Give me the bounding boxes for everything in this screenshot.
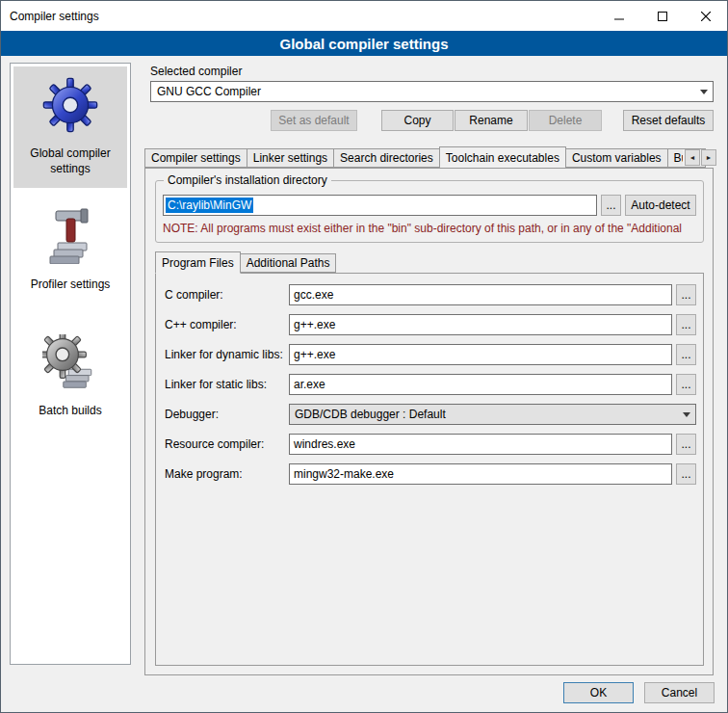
- sidebar-item-batch-builds[interactable]: Batch builds: [13, 324, 127, 431]
- tab-custom-variables[interactable]: Custom variables: [565, 148, 668, 168]
- make-program-label: Make program:: [165, 467, 289, 481]
- reset-defaults-button[interactable]: Reset defaults: [623, 110, 714, 131]
- window-controls: [597, 1, 727, 31]
- form-row: C++ compiler: g++.exe ...: [165, 314, 696, 335]
- auto-detect-button[interactable]: Auto-detect: [625, 195, 696, 216]
- gray-gear-icon: [42, 334, 98, 393]
- ok-button[interactable]: OK: [563, 682, 634, 703]
- selected-compiler-label: Selected compiler: [150, 65, 721, 78]
- tab-scroll-left-button[interactable]: ◄: [685, 149, 700, 166]
- minimize-icon: [614, 12, 624, 21]
- tab-linker-settings[interactable]: Linker settings: [247, 148, 334, 168]
- chevron-down-icon: [700, 90, 708, 94]
- tab-scroll-right-button[interactable]: ►: [701, 149, 716, 166]
- make-program-browse-button[interactable]: ...: [676, 463, 696, 485]
- subtab-additional-paths[interactable]: Additional Paths: [240, 253, 337, 273]
- delete-button: Delete: [529, 110, 602, 131]
- close-button[interactable]: [684, 1, 727, 31]
- compiler-settings-dialog: Compiler settings Global compiler settin…: [0, 0, 728, 713]
- c-compiler-browse-button[interactable]: ...: [676, 284, 696, 305]
- form-row: Make program: mingw32-make.exe ...: [165, 463, 696, 485]
- installation-directory-browse-button[interactable]: ...: [601, 195, 621, 216]
- chevron-down-icon: [683, 412, 690, 417]
- maximize-icon: [658, 12, 667, 21]
- form-row: Resource compiler: windres.exe ...: [165, 434, 696, 455]
- debugger-label: Debugger:: [165, 408, 289, 421]
- sidebar-item-global-compiler-settings[interactable]: Global compiler settings: [13, 66, 127, 188]
- sidebar: Global compiler settings Profiler settin…: [10, 63, 131, 665]
- c-compiler-input[interactable]: gcc.exe: [289, 284, 672, 305]
- resource-compiler-browse-button[interactable]: ...: [676, 434, 696, 455]
- subtab-program-files[interactable]: Program Files: [155, 251, 241, 274]
- installation-directory-input[interactable]: C:\raylib\MinGW: [163, 195, 597, 216]
- tab-bar: Compiler settings Linker settings Search…: [144, 145, 716, 168]
- maximize-button[interactable]: [640, 1, 684, 31]
- dialog-footer: OK Cancel: [563, 682, 715, 703]
- sidebar-item-profiler-settings[interactable]: Profiler settings: [13, 196, 127, 304]
- form-row: Linker for dynamic libs: g++.exe ...: [165, 344, 696, 365]
- program-files-panel: C compiler: gcc.exe ... C++ compiler: g+…: [155, 273, 704, 666]
- close-icon: [701, 12, 711, 21]
- set-as-default-button: Set as default: [271, 110, 357, 131]
- cpp-compiler-browse-button[interactable]: ...: [676, 314, 696, 335]
- sidebar-item-label: Profiler settings: [31, 277, 111, 293]
- installation-directory-group-label: Compiler's installation directory: [164, 173, 331, 187]
- tab-scroll-controls: ◄ ►: [683, 149, 716, 166]
- rename-button[interactable]: Rename: [455, 110, 528, 131]
- form-row: Debugger: GDB/CDB debugger : Default: [165, 404, 696, 425]
- form-row: Linker for static libs: ar.exe ...: [165, 374, 696, 395]
- selected-compiler-value: GNU GCC Compiler: [157, 85, 694, 98]
- selected-compiler-dropdown[interactable]: GNU GCC Compiler: [150, 81, 714, 102]
- debugger-dropdown[interactable]: GDB/CDB debugger : Default: [289, 404, 696, 425]
- c-compiler-label: C compiler:: [165, 288, 289, 302]
- toolchain-executables-panel: Compiler's installation directory C:\ray…: [144, 168, 714, 675]
- dialog-header-title: Global compiler settings: [279, 36, 448, 52]
- resource-compiler-input[interactable]: windres.exe: [289, 434, 672, 455]
- c-compiler-value: gcc.exe: [294, 288, 333, 302]
- dynamic-linker-input[interactable]: g++.exe: [289, 344, 672, 365]
- static-linker-value: ar.exe: [294, 378, 325, 391]
- titlebar[interactable]: Compiler settings: [1, 1, 727, 31]
- resource-compiler-label: Resource compiler:: [165, 437, 289, 451]
- dynamic-linker-label: Linker for dynamic libs:: [165, 348, 289, 361]
- static-linker-input[interactable]: ar.exe: [289, 374, 672, 395]
- compiler-buttons-row: Set as default Copy Rename Delete Reset …: [142, 110, 721, 131]
- dynamic-linker-value: g++.exe: [294, 348, 335, 361]
- sidebar-item-label: Batch builds: [39, 404, 101, 419]
- cpp-compiler-value: g++.exe: [294, 318, 335, 331]
- static-linker-label: Linker for static libs:: [165, 378, 289, 391]
- cancel-button[interactable]: Cancel: [644, 682, 715, 703]
- profiler-tool-icon: [42, 206, 98, 267]
- make-program-value: mingw32-make.exe: [294, 467, 394, 481]
- tab-search-directories[interactable]: Search directories: [333, 148, 440, 168]
- resource-compiler-value: windres.exe: [294, 437, 355, 451]
- main-panel: Selected compiler GNU GCC Compiler Set a…: [142, 59, 721, 675]
- copy-button[interactable]: Copy: [381, 110, 454, 131]
- static-linker-browse-button[interactable]: ...: [676, 374, 696, 395]
- subtab-bar: Program Files Additional Paths: [155, 251, 713, 273]
- dialog-header: Global compiler settings: [1, 31, 727, 56]
- installation-directory-group: Compiler's installation directory C:\ray…: [155, 180, 704, 243]
- sidebar-item-label: Global compiler settings: [15, 146, 125, 176]
- blue-gear-icon: [42, 77, 98, 136]
- cpp-compiler-label: C++ compiler:: [165, 318, 289, 331]
- tab-toolchain-executables[interactable]: Toolchain executables: [439, 146, 566, 168]
- installation-directory-value: C:\raylib\MinGW: [166, 198, 253, 213]
- make-program-input[interactable]: mingw32-make.exe: [289, 463, 672, 485]
- cpp-compiler-input[interactable]: g++.exe: [289, 314, 672, 335]
- dynamic-linker-browse-button[interactable]: ...: [676, 344, 696, 365]
- debugger-value: GDB/CDB debugger : Default: [295, 408, 677, 421]
- form-row: C compiler: gcc.exe ...: [165, 284, 696, 305]
- installation-directory-note: NOTE: All programs must exist either in …: [163, 222, 696, 235]
- minimize-button[interactable]: [597, 1, 640, 31]
- tab-compiler-settings[interactable]: Compiler settings: [144, 148, 247, 168]
- window-title: Compiler settings: [1, 10, 99, 23]
